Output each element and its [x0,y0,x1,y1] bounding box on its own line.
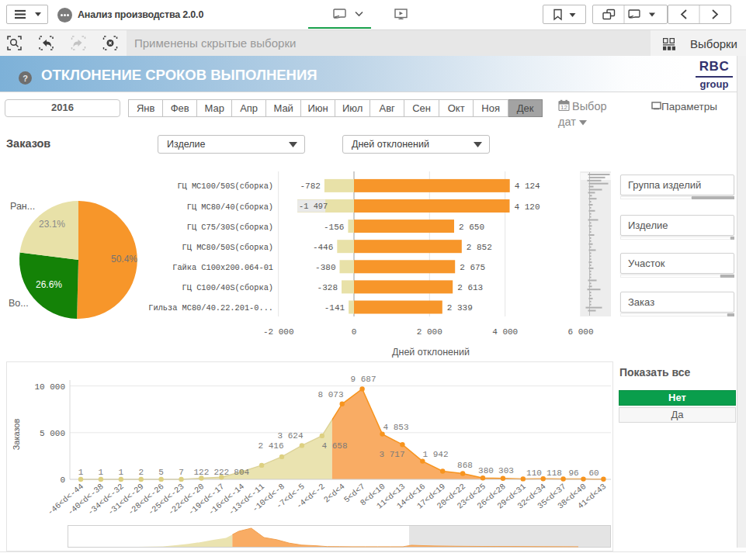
svg-text:Гайка С100х200.064-01: Гайка С100х200.064-01 [172,263,273,272]
svg-text:4 120: 4 120 [515,202,540,212]
svg-text:868: 868 [457,461,473,470]
svg-text:14<d<16: 14<d<16 [395,482,428,511]
svg-text:35<d<37: 35<d<37 [536,482,568,511]
svg-text:804: 804 [234,468,249,477]
svg-text:38<d<40: 38<d<40 [556,482,588,511]
svg-text:-10<d<-8: -10<d<-8 [251,482,286,514]
svg-text:8 073: 8 073 [317,390,343,399]
svg-text:-16<d<-14: -16<d<-14 [206,482,246,517]
svg-text:?: ? [23,74,28,83]
svg-text:-156: -156 [324,223,344,232]
svg-text:6 000: 6 000 [567,327,593,337]
svg-text:ГЦ МС80/40(сборка): ГЦ МС80/40(сборка) [187,202,273,212]
svg-text:-328: -328 [317,283,338,292]
svg-text:2<d<4: 2<d<4 [322,482,347,504]
svg-text:380: 380 [478,466,494,475]
svg-text:122: 122 [193,468,209,477]
svg-text:2 675: 2 675 [460,263,485,272]
svg-text:1 942: 1 942 [422,450,448,459]
svg-text:ГЦ МС80/50S(сборка): ГЦ МС80/50S(сборка) [182,243,273,252]
svg-text:Во...: Во... [9,298,29,309]
svg-text:ГЦ С100/40S(сборка): ГЦ С100/40S(сборка) [182,283,273,292]
svg-text:23<d<25: 23<d<25 [455,482,488,511]
svg-text:1: 1 [99,468,104,477]
svg-text:-40<d<-38: -40<d<-38 [66,482,106,517]
svg-text:2 613: 2 613 [457,283,483,292]
svg-text:32<d<34: 32<d<34 [515,482,548,511]
svg-text:0: 0 [352,327,357,337]
svg-text:29<d<31: 29<d<31 [495,482,528,511]
svg-text:-380: -380 [315,263,335,272]
svg-text:Заказов: Заказов [12,419,21,451]
svg-text:2 339: 2 339 [447,303,473,313]
svg-text:-7<d<-5: -7<d<-5 [274,482,307,511]
svg-text:2: 2 [138,468,144,477]
svg-text:2 416: 2 416 [258,441,283,451]
svg-text:-446: -446 [313,243,333,252]
svg-text:-46<d<-44: -46<d<-44 [46,482,85,517]
svg-text:60: 60 [588,468,599,478]
svg-text:-141: -141 [324,303,345,313]
svg-text:7: 7 [179,468,184,477]
svg-text:5<d<7: 5<d<7 [342,482,367,504]
svg-text:50.4%: 50.4% [111,254,137,264]
svg-text:2 000: 2 000 [417,327,442,337]
svg-text:10 000: 10 000 [34,382,65,392]
svg-text:41<d<43: 41<d<43 [576,482,609,511]
svg-text:-22<d<-20: -22<d<-20 [166,482,206,517]
svg-text:-4<d<-2: -4<d<-2 [294,482,327,511]
svg-text:4 124: 4 124 [515,181,540,191]
svg-text:-782: -782 [300,181,320,191]
svg-text:-2 000: -2 000 [263,327,294,337]
svg-text:303: 303 [498,466,514,475]
svg-text:-28<d<-26: -28<d<-26 [126,482,165,517]
svg-text:17<d<19: 17<d<19 [415,482,448,511]
svg-text:11<d<13: 11<d<13 [375,482,408,511]
svg-text:0: 0 [60,475,65,485]
svg-text:1: 1 [78,468,84,477]
svg-text:-13<d<-11: -13<d<-11 [227,482,266,517]
svg-text:3 624: 3 624 [277,431,303,441]
svg-text:5 000: 5 000 [40,429,65,438]
svg-text:8<d<10: 8<d<10 [359,482,387,507]
svg-text:-25<d<-23: -25<d<-23 [146,482,186,517]
svg-text:-1 497: -1 497 [299,202,328,211]
svg-text:20<d<22: 20<d<22 [435,482,468,511]
svg-text:ГЦ МС100/50S(сборка): ГЦ МС100/50S(сборка) [177,181,273,191]
svg-text:-31<d<-29: -31<d<-29 [106,482,145,517]
svg-text:26<d<28: 26<d<28 [475,482,508,511]
svg-text:26.6%: 26.6% [36,279,62,290]
svg-text:12: 12 [560,104,567,111]
svg-text:Ран...: Ран... [10,201,35,212]
svg-text:-34<d<-32: -34<d<-32 [86,482,126,517]
svg-text:4 000: 4 000 [492,327,518,337]
svg-text:5: 5 [158,468,164,477]
svg-text:4 853: 4 853 [383,423,408,432]
svg-text:ГЦ С75/30S(сборка): ГЦ С75/30S(сборка) [187,223,273,232]
svg-text:23.1%: 23.1% [39,219,65,230]
svg-text:1: 1 [118,468,123,477]
svg-text:3 717: 3 717 [379,450,404,459]
svg-text:9 687: 9 687 [350,375,376,384]
svg-text:118: 118 [546,468,562,478]
svg-text:222: 222 [213,468,229,477]
svg-text:-19<d<-17: -19<d<-17 [186,482,226,517]
svg-text:110: 110 [526,468,542,478]
svg-text:2 650: 2 650 [459,223,484,232]
svg-text:Дней отклонений: Дней отклонений [392,347,470,358]
svg-text:96: 96 [568,468,578,478]
svg-text:Гильза МС80/40.22.201-0...: Гильза МС80/40.22.201-0... [148,303,273,313]
svg-text:4 658: 4 658 [321,441,347,451]
svg-text:2 852: 2 852 [467,243,492,252]
